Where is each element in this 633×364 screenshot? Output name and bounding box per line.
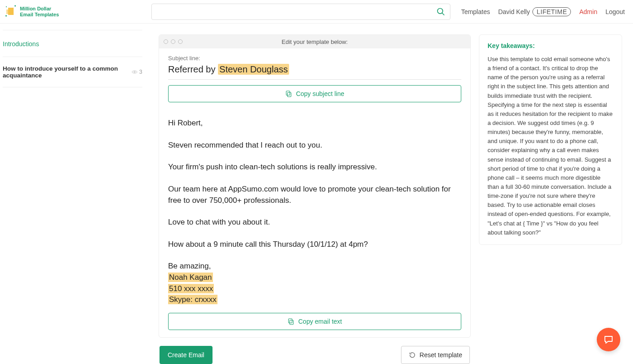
nav-admin[interactable]: Admin: [579, 8, 597, 15]
subject-label: Subject line:: [168, 55, 461, 62]
copy-icon: [285, 90, 292, 97]
svg-line-3: [442, 13, 445, 15]
body-p1: Steven recommended that I reach out to y…: [168, 140, 461, 151]
header: Million Dollar Email Templates Templates…: [0, 0, 633, 24]
sidebar-category[interactable]: Introductions: [3, 30, 142, 57]
svg-point-4: [134, 72, 135, 73]
lifetime-badge: LIFETIME: [532, 7, 571, 16]
chat-icon: [603, 334, 614, 345]
sidebar: Introductions How to introduce yourself …: [0, 24, 145, 364]
greeting: Hi Robert,: [168, 118, 461, 129]
search-icon: [436, 7, 445, 16]
reset-icon: [409, 351, 416, 359]
svg-point-2: [438, 8, 443, 14]
svg-rect-8: [289, 319, 292, 323]
subject-line[interactable]: Referred by Steven Douglass: [168, 64, 461, 80]
editor-body: Subject line: Referred by Steven Douglas…: [159, 48, 470, 338]
views-badge: 3: [131, 69, 142, 75]
editor-topbar: Edit your template below:: [159, 35, 470, 48]
svg-rect-6: [286, 91, 290, 95]
sig-name: Noah Kagan: [168, 273, 213, 282]
svg-rect-7: [290, 320, 294, 324]
logo-icon: [4, 5, 18, 19]
nav-user[interactable]: David Kelly LIFETIME: [498, 7, 571, 16]
create-email-button[interactable]: Create Email: [159, 346, 213, 364]
body-p4: Love to chat with you about it.: [168, 217, 461, 228]
body-p3: Our team here at AppSumo.com would love …: [168, 184, 461, 206]
takeaways-body: Use this template to cold email someone …: [488, 55, 614, 237]
sidebar-item-intro-common-acquaintance[interactable]: How to introduce yourself to a common ac…: [3, 57, 142, 87]
body-p5: How about a 9 minute call this Thursday …: [168, 239, 461, 250]
takeaways-title: Key takeaways:: [488, 42, 614, 49]
center-column: Edit your template below: Subject line: …: [145, 24, 479, 364]
nav-right: Templates David Kelly LIFETIME Admin Log…: [461, 7, 628, 16]
reset-template-button[interactable]: Reset template: [401, 346, 470, 364]
subject-highlight: Steven Douglass: [218, 64, 289, 75]
chat-fab[interactable]: [597, 328, 620, 351]
subject-prefix: Referred by: [168, 64, 218, 74]
logo[interactable]: Million Dollar Email Templates: [3, 5, 143, 19]
email-body[interactable]: Hi Robert, Steven recommended that I rea…: [168, 118, 461, 306]
search-input[interactable]: [151, 4, 450, 20]
user-name: David Kelly: [498, 8, 530, 15]
nav-logout[interactable]: Logout: [605, 8, 625, 15]
right-column: Key takeaways: Use this template to cold…: [479, 24, 633, 364]
search-wrap: [143, 4, 461, 20]
takeaways-card: Key takeaways: Use this template to cold…: [479, 34, 622, 245]
eye-icon: [131, 69, 138, 75]
actions-row: Create Email Reset template: [159, 346, 471, 364]
editor-card: Edit your template below: Subject line: …: [159, 34, 471, 338]
copy-icon: [287, 318, 295, 325]
body-p2: Your firm's push into clean-tech solutio…: [168, 162, 461, 173]
copy-subject-button[interactable]: Copy subject line: [168, 85, 461, 102]
logo-text: Million Dollar Email Templates: [20, 6, 59, 17]
editor-hint: Edit your template below:: [159, 38, 470, 45]
signoff: Be amazing,: [168, 262, 211, 270]
nav-templates[interactable]: Templates: [461, 8, 490, 15]
views-count: 3: [139, 69, 142, 75]
layout: Introductions How to introduce yourself …: [0, 24, 633, 364]
signature-block: Be amazing, Noah Kagan 510 xxx xxxx Skyp…: [168, 261, 461, 306]
copy-email-button[interactable]: Copy email text: [168, 313, 461, 330]
sig-skype: Skype: crxxxx: [168, 295, 217, 304]
svg-rect-1: [6, 10, 9, 14]
sidebar-item-title: How to introduce yourself to a common ac…: [3, 65, 131, 79]
sig-phone: 510 xxx xxxx: [168, 284, 214, 293]
svg-rect-5: [288, 92, 291, 96]
